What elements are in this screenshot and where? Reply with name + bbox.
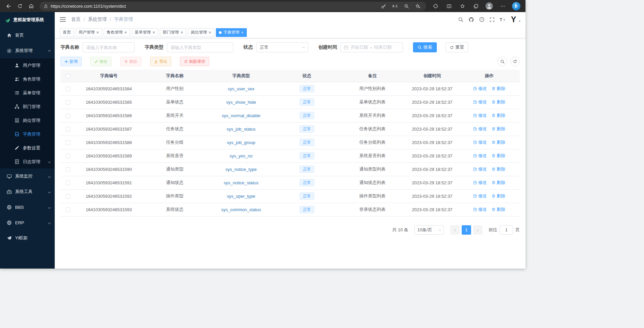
row-delete-button[interactable]: 删除: [492, 166, 505, 172]
sidebar-item-role-management[interactable]: 角色管理: [0, 72, 55, 86]
row-delete-button[interactable]: 删除: [492, 153, 505, 159]
status-select[interactable]: 正常: [256, 42, 308, 52]
dict-type-link[interactable]: sys_job_group: [227, 140, 256, 145]
read-aloud-icon[interactable]: A: [390, 2, 399, 10]
user-avatar-logo[interactable]: Y: [511, 15, 516, 24]
browser-menu-icon[interactable]: [496, 1, 509, 11]
browser-back-button[interactable]: [3, 1, 14, 11]
sidebar-item-system-monitor[interactable]: 系统监控: [0, 169, 55, 184]
tab-close-icon[interactable]: ×: [181, 30, 183, 35]
sidebar-item-post-management[interactable]: 岗位管理: [0, 113, 55, 127]
row-delete-button[interactable]: 删除: [492, 139, 505, 145]
edit-button[interactable]: 修改: [90, 57, 111, 66]
help-icon[interactable]: ?: [479, 17, 485, 22]
tab-close-icon[interactable]: ×: [152, 30, 155, 35]
row-checkbox[interactable]: [66, 207, 71, 212]
row-edit-button[interactable]: 修改: [473, 112, 487, 119]
sidebar-item-dept-management[interactable]: 部门管理: [0, 100, 55, 113]
dict-type-link[interactable]: sys_normal_disable: [222, 113, 261, 118]
row-edit-button[interactable]: 修改: [473, 180, 487, 186]
row-delete-button[interactable]: 删除: [492, 126, 505, 132]
row-delete-button[interactable]: 删除: [492, 86, 505, 92]
page-size-select[interactable]: 10条/页: [414, 225, 444, 235]
dict-type-link[interactable]: sys_common_status: [221, 207, 261, 212]
sidebar-toggle-icon[interactable]: [60, 17, 66, 22]
tab-home[interactable]: 首页: [60, 28, 74, 37]
row-edit-button[interactable]: 修改: [473, 193, 487, 199]
dict-type-link[interactable]: sys_oper_type: [227, 194, 256, 199]
github-icon[interactable]: [468, 17, 474, 22]
sidebar-item-bbs[interactable]: BBS: [0, 199, 55, 215]
breadcrumb-system[interactable]: 系统管理: [88, 16, 107, 22]
address-bar[interactable]: https://ccnetcore.com:1101/system/dict A: [40, 2, 426, 11]
browser-home-button[interactable]: [26, 1, 37, 11]
favorite-star-add-icon[interactable]: [413, 2, 422, 10]
tab-close-icon[interactable]: ×: [125, 30, 127, 35]
row-checkbox[interactable]: [66, 181, 71, 185]
row-checkbox[interactable]: [66, 100, 71, 105]
row-delete-button[interactable]: 删除: [492, 180, 505, 186]
sidebar-item-yi-framework[interactable]: Yi框架: [0, 230, 55, 246]
sidebar-item-menu-management[interactable]: 菜单管理: [0, 86, 55, 100]
split-screen-icon[interactable]: [442, 1, 456, 11]
sidebar-item-log-management[interactable]: 日志管理: [0, 155, 55, 169]
zoom-out-icon[interactable]: [402, 2, 411, 10]
row-checkbox[interactable]: [66, 87, 71, 91]
toggle-search-button[interactable]: [498, 57, 507, 66]
sidebar-item-erp[interactable]: ERP: [0, 215, 55, 230]
dict-name-input[interactable]: [83, 42, 135, 52]
sidebar-item-param-settings[interactable]: 参数设置: [0, 141, 55, 155]
select-all-checkbox[interactable]: [66, 74, 71, 79]
tab-menu-management[interactable]: 菜单管理×: [132, 28, 158, 37]
sidebar-item-system-management[interactable]: 系统管理: [0, 43, 55, 58]
font-size-icon[interactable]: TT: [500, 17, 506, 22]
sidebar-item-user-management[interactable]: 用户管理: [0, 58, 55, 72]
export-button[interactable]: 导出: [150, 57, 171, 66]
row-delete-button[interactable]: 删除: [492, 206, 505, 213]
goto-page-input[interactable]: [500, 225, 513, 235]
row-checkbox[interactable]: [66, 127, 71, 132]
row-checkbox[interactable]: [66, 167, 71, 172]
prev-page-button[interactable]: ‹: [450, 225, 460, 235]
dict-type-input[interactable]: [167, 42, 233, 52]
next-page-button[interactable]: ›: [473, 225, 482, 235]
collections-icon[interactable]: [469, 1, 482, 11]
sidebar-item-system-tools[interactable]: 系统工具: [0, 184, 55, 199]
delete-button[interactable]: 删除: [120, 57, 141, 66]
row-checkbox[interactable]: [66, 140, 71, 145]
page-1-button[interactable]: 1: [462, 225, 471, 235]
sidebar-item-dict-management[interactable]: 字典管理: [0, 127, 55, 141]
tab-user-management[interactable]: 用户管理×: [76, 28, 102, 37]
tab-post-management[interactable]: 岗位管理×: [188, 28, 214, 37]
row-edit-button[interactable]: 修改: [473, 99, 487, 105]
bing-icon[interactable]: b: [509, 1, 523, 11]
dict-type-link[interactable]: sys_job_status: [227, 127, 256, 132]
row-delete-button[interactable]: 删除: [492, 99, 505, 105]
row-checkbox[interactable]: [66, 154, 71, 158]
refresh-table-button[interactable]: [510, 57, 520, 66]
header-search-icon[interactable]: [458, 17, 463, 22]
sidebar-item-home[interactable]: 首页: [0, 28, 55, 43]
password-key-icon[interactable]: [379, 2, 388, 10]
favorites-bar-icon[interactable]: [456, 1, 469, 11]
search-button[interactable]: 搜索: [413, 42, 437, 52]
row-edit-button[interactable]: 修改: [473, 206, 487, 213]
dict-type-link[interactable]: sys_yes_no: [230, 153, 253, 158]
row-edit-button[interactable]: 修改: [473, 153, 487, 159]
row-edit-button[interactable]: 修改: [473, 126, 487, 132]
extensions-icon[interactable]: [429, 1, 442, 11]
profile-avatar[interactable]: [482, 1, 496, 11]
tab-dept-management[interactable]: 部门管理×: [160, 28, 186, 37]
refresh-cache-button[interactable]: 刷新缓存: [180, 57, 209, 66]
tab-dict-management[interactable]: 字典管理×: [216, 28, 247, 37]
dict-type-link[interactable]: sys_show_hide: [226, 100, 256, 105]
row-edit-button[interactable]: 修改: [473, 166, 487, 172]
row-delete-button[interactable]: 删除: [492, 112, 505, 119]
dict-type-link[interactable]: sys_user_sex: [228, 86, 254, 91]
create-time-range-picker[interactable]: 开始日期 - 结束日期: [340, 42, 403, 52]
row-edit-button[interactable]: 修改: [473, 86, 487, 92]
tab-close-icon[interactable]: ×: [96, 30, 99, 35]
tab-role-management[interactable]: 角色管理×: [104, 28, 130, 37]
row-delete-button[interactable]: 删除: [492, 193, 505, 199]
row-edit-button[interactable]: 修改: [473, 139, 487, 145]
